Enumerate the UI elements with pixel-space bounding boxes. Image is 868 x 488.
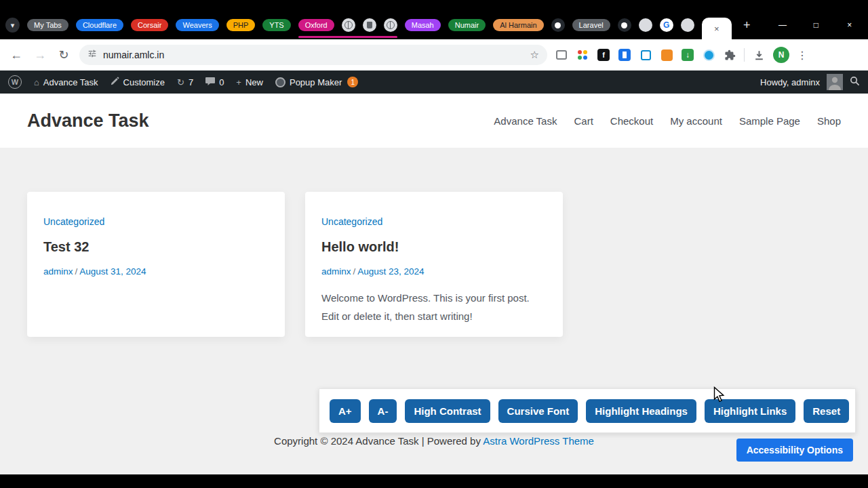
reset-button[interactable]: Reset (804, 399, 849, 423)
trash-icon (367, 22, 372, 28)
tab-group-php[interactable]: PHP (226, 19, 256, 31)
tab-github-icon[interactable] (551, 18, 565, 32)
palette-extension-icon[interactable] (576, 48, 589, 62)
close-tab-icon[interactable]: × (714, 24, 719, 34)
nav-item-sample-page[interactable]: Sample Page (739, 115, 800, 127)
tab-group-masah[interactable]: Masah (405, 19, 441, 31)
adminbar-customize[interactable]: Customize (111, 77, 165, 87)
site-info-icon[interactable] (87, 49, 97, 61)
new-tab-button[interactable]: + (739, 18, 755, 33)
font-decrease-button[interactable]: A- (369, 399, 397, 423)
tab-search-button[interactable]: ▾ (5, 18, 20, 33)
nav-item-cart[interactable]: Cart (574, 115, 593, 127)
tab-group-corsair[interactable]: Corsair (131, 19, 168, 31)
download-manager-extension-icon[interactable]: ↓ (681, 48, 694, 62)
accessibility-toolbar: A+ A- High Contrast Cursive Font Highlig… (319, 388, 856, 433)
bottom-letterbox (0, 474, 868, 488)
comment-count: 0 (219, 77, 224, 87)
active-tab[interactable]: × (702, 18, 732, 39)
plus-icon: + (236, 77, 241, 87)
post-title[interactable]: Test 32 (43, 239, 269, 255)
wordpress-logo-icon[interactable]: W (8, 75, 22, 89)
cursive-font-button[interactable]: Cursive Font (498, 399, 578, 423)
f-extension-icon[interactable]: f (597, 48, 610, 62)
tab-group-numair[interactable]: Numair (448, 19, 486, 31)
customize-label: Customize (123, 77, 165, 87)
post-date-link[interactable]: August 23, 2024 (357, 266, 424, 277)
back-button[interactable]: ← (8, 48, 24, 62)
tab-google-icon[interactable]: G (660, 18, 673, 32)
wp-admin-bar: W ⌂ Advance Task Customize ↻ 7 0 + New (0, 70, 868, 94)
meta-separator: / (351, 266, 358, 277)
tab-group-yts[interactable]: YTS (262, 19, 290, 31)
high-contrast-button[interactable]: High Contrast (405, 399, 490, 423)
capture-extension-icon[interactable] (639, 48, 652, 62)
tab-favicon[interactable] (681, 18, 694, 32)
update-icon: ↻ (177, 77, 184, 87)
tab-group-weavers[interactable]: Weavers (176, 19, 218, 31)
adminbar-site-name[interactable]: ⌂ Advance Task (34, 77, 98, 87)
avatar[interactable] (827, 74, 843, 90)
bookmark-extension-icon[interactable] (618, 48, 631, 62)
site-nav: Advance Task Cart Checkout My account Sa… (494, 115, 841, 127)
post-title[interactable]: Hello world! (321, 239, 547, 255)
browser-menu-icon[interactable]: ⋮ (797, 49, 808, 62)
font-increase-button[interactable]: A+ (330, 399, 361, 423)
nav-item-shop[interactable]: Shop (817, 115, 841, 127)
adminbar-updates[interactable]: ↻ 7 (177, 77, 193, 87)
url-text[interactable]: numair.amlc.in (103, 49, 524, 60)
close-window-button[interactable]: × (837, 20, 863, 30)
tab-group-cloudflare[interactable]: Cloudflare (76, 19, 123, 31)
theme-link[interactable]: Astra WordPress Theme (483, 435, 594, 447)
post-date-link[interactable]: August 31, 2024 (79, 266, 146, 277)
adminbar-comments[interactable]: 0 (205, 77, 224, 87)
post-author-link[interactable]: adminx (43, 266, 73, 277)
howdy-text[interactable]: Howdy, adminx (760, 77, 820, 87)
browser-window: ▾ My Tabs Cloudflare Corsair Weavers PHP… (0, 0, 868, 488)
tab-globe-icon[interactable] (384, 18, 397, 32)
google-g-icon: G (663, 20, 669, 30)
extensions-puzzle-icon[interactable] (723, 48, 736, 62)
orange-extension-icon[interactable] (660, 48, 673, 62)
tab-github-icon[interactable] (618, 18, 631, 32)
toolbar-divider (744, 48, 745, 62)
downloads-icon[interactable] (752, 48, 766, 62)
nav-item-checkout[interactable]: Checkout (610, 115, 653, 127)
site-header: Advance Task Advance Task Cart Checkout … (0, 94, 868, 148)
post-card: Uncategorized Test 32 adminx/August 31, … (27, 192, 285, 337)
side-panel-icon[interactable] (555, 48, 568, 62)
popup-maker-badge: 1 (347, 77, 358, 87)
swirl-extension-icon[interactable] (702, 48, 715, 62)
browser-toolbar: ← → ↻ numair.amlc.in ☆ f ↓ N ⋮ (0, 39, 868, 70)
nav-item-my-account[interactable]: My account (670, 115, 722, 127)
tab-group-my-tabs[interactable]: My Tabs (27, 19, 68, 31)
tab-group-laravel[interactable]: Laravel (572, 19, 610, 31)
popup-maker-label: Popup Maker (290, 77, 342, 87)
minimize-button[interactable]: — (770, 20, 795, 30)
highlight-links-button[interactable]: Highlight Links (705, 399, 795, 423)
adminbar-search-icon[interactable] (850, 76, 860, 88)
post-category-link[interactable]: Uncategorized (321, 216, 547, 227)
post-category-link[interactable]: Uncategorized (43, 216, 269, 227)
forward-button[interactable]: → (32, 48, 48, 62)
maximize-button[interactable]: □ (803, 20, 829, 30)
nav-item-advance-task[interactable]: Advance Task (494, 115, 557, 127)
adminbar-new[interactable]: + New (236, 77, 263, 87)
tab-group-oxford-section: Oxford (298, 18, 397, 32)
tab-favicon[interactable] (639, 18, 652, 32)
tab-group-al-harmain[interactable]: Al Harmain (493, 19, 543, 31)
reload-button[interactable]: ↻ (56, 47, 72, 62)
tab-trash-icon[interactable] (363, 18, 376, 32)
accessibility-options-button[interactable]: Accessibility Options (736, 439, 853, 462)
post-author-link[interactable]: adminx (321, 266, 351, 277)
adminbar-popup-maker[interactable]: Popup Maker 1 (275, 77, 358, 87)
home-icon: ⌂ (34, 77, 39, 87)
globe-icon (387, 21, 395, 29)
site-title[interactable]: Advance Task (27, 110, 149, 131)
profile-avatar[interactable]: N (773, 47, 789, 63)
highlight-headings-button[interactable]: Highlight Headings (586, 399, 696, 423)
tab-group-oxford[interactable]: Oxford (298, 19, 334, 31)
address-bar[interactable]: numair.amlc.in ☆ (79, 45, 547, 65)
tab-globe-icon[interactable] (342, 18, 355, 32)
bookmark-star-icon[interactable]: ☆ (530, 49, 539, 61)
